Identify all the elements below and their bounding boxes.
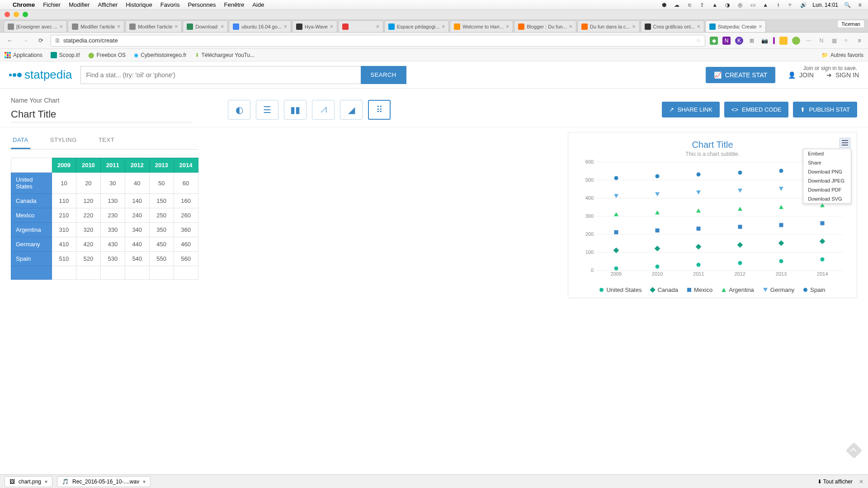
data-cell[interactable]: 60 [174,173,198,194]
chart-menu-item[interactable]: Download PNG [803,167,851,176]
data-cell[interactable]: 50 [149,173,174,194]
chart-menu-item[interactable]: Share [803,158,851,167]
ext-icon[interactable]: N [722,37,731,45]
menubar-icon[interactable]: ◎ [736,1,744,9]
chart-type-line[interactable]: ⩘ [312,100,335,120]
data-point[interactable] [656,174,660,178]
legend-item[interactable]: Argentina [722,286,754,293]
search-button[interactable]: SEARCH [361,66,406,84]
close-tab-icon[interactable]: × [221,23,224,30]
data-point[interactable] [738,189,742,193]
data-cell[interactable]: 240 [125,208,149,223]
data-cell[interactable]: 510 [52,252,76,266]
data-cell[interactable]: 110 [52,194,76,208]
bookmark-item[interactable]: Scoop.it! [51,52,80,58]
close-tab-icon[interactable]: × [632,23,635,30]
data-cell[interactable] [52,266,76,280]
year-header[interactable]: 2011 [100,158,125,173]
mac-menu-item[interactable]: Afficher [98,1,118,8]
chart-type-scatter[interactable]: ⠿ [368,100,391,120]
data-cell[interactable]: 30 [100,173,125,194]
menubar-icon[interactable]: ▲ [762,1,769,9]
ext-icon[interactable]: ⊞ [748,37,756,45]
legend-item[interactable]: Spain [803,286,825,293]
row-header[interactable]: United States [11,173,52,194]
legend-item[interactable]: Mexico [687,286,712,293]
search-input[interactable] [80,66,361,84]
browser-tab[interactable]: ubuntu 16.04 go...× [229,20,291,32]
row-header[interactable]: Canada [11,194,52,208]
data-point[interactable] [656,265,660,269]
year-header[interactable]: 2012 [125,158,149,173]
show-all-downloads[interactable]: ⬇ Tout afficher [817,479,853,485]
chrome-user-badge[interactable]: Ticeman [837,20,864,28]
year-header[interactable]: 2014 [174,158,198,173]
row-header[interactable]: Argentina [11,223,52,237]
browser-tab[interactable]: Du fun dans la c...× [577,20,640,32]
data-cell[interactable] [149,266,174,280]
browser-tab[interactable]: [Enseigner avec ...× [4,20,67,32]
site-info-icon[interactable]: 🗎 [55,37,61,44]
notification-icon[interactable]: ≡ [856,1,863,9]
chart-type-hbar[interactable]: ☰ [256,100,278,120]
data-cell[interactable]: 230 [100,208,125,223]
close-tab-icon[interactable]: × [506,23,509,30]
data-point[interactable] [656,229,660,233]
window-minimize-button[interactable] [14,12,19,17]
legend-item[interactable]: Germany [763,286,794,293]
signin-link[interactable]: ➜ SIGN IN [826,71,859,79]
back-button[interactable]: ← [5,35,15,46]
data-cell[interactable]: 350 [149,223,174,237]
row-header[interactable]: Germany [11,237,52,252]
menubar-icon[interactable]: ☁ [673,1,680,9]
bookmark-item[interactable]: ◉Cyberhistoiregeo.fr [134,52,186,58]
browser-tab[interactable]: Crea gráficas onl...× [641,20,704,32]
mac-menu-item[interactable]: Fenêtre [224,1,245,8]
dropbox-icon[interactable]: ⇪ [698,1,706,9]
ext-icon[interactable]: N [817,37,826,45]
data-point[interactable] [779,187,783,191]
data-point[interactable] [820,239,826,244]
data-point[interactable] [697,227,701,231]
data-table[interactable]: 200920102011201220132014United States102… [11,158,198,280]
data-cell[interactable]: 530 [100,252,125,266]
data-cell[interactable]: 210 [52,208,76,223]
data-point[interactable] [697,263,701,267]
bookmark-item[interactable]: ⬇Téléchargeur YouTu... [195,52,255,58]
year-header[interactable]: 2010 [76,158,100,173]
data-point[interactable] [779,169,783,173]
display-icon[interactable]: ▭ [749,1,756,9]
tab-styling[interactable]: STYLING [48,132,79,149]
data-cell[interactable]: 410 [52,237,76,252]
browser-tab[interactable]: × [338,20,383,32]
menubar-icon[interactable]: ◑ [724,1,731,9]
embed-code-button[interactable]: <>EMBED CODE [724,102,789,117]
data-cell[interactable]: 340 [125,223,149,237]
data-cell[interactable]: 550 [149,252,174,266]
create-stat-button[interactable]: 📈 CREATE STAT [706,67,775,83]
star-icon[interactable]: ☆ [696,37,701,44]
mac-menu-item[interactable]: Historique [126,1,152,8]
browser-tab[interactable]: Download× [183,20,228,32]
chrome-menu-icon[interactable]: ≡ [855,37,863,45]
data-point[interactable] [738,207,742,211]
mac-menu-item[interactable]: Personnes [188,1,216,8]
data-point[interactable] [738,261,742,265]
browser-tab[interactable]: Welcome to Harr...× [450,20,513,32]
chart-type-vbar[interactable]: ▮▮ [284,100,307,120]
menubar-icon[interactable]: ⬢ [660,1,668,9]
logo[interactable]: statpedia [9,68,72,82]
close-tab-icon[interactable]: × [284,23,287,30]
data-cell[interactable] [174,266,198,280]
browser-tab[interactable]: Hya-Wave× [292,20,337,32]
bluetooth-icon[interactable]: ᚼ [774,1,782,9]
mac-menu-item[interactable]: Aide [252,1,264,8]
data-point[interactable] [697,173,701,177]
share-link-button[interactable]: ↗SHARE LINK [662,102,720,117]
ext-icon[interactable]: ◆ [710,37,718,45]
data-point[interactable] [696,244,702,250]
download-item[interactable]: 🖼chart.png▾ [5,476,52,487]
year-header[interactable]: 2013 [149,158,174,173]
data-point[interactable] [737,242,743,248]
volume-icon[interactable]: 🔊 [800,1,807,9]
